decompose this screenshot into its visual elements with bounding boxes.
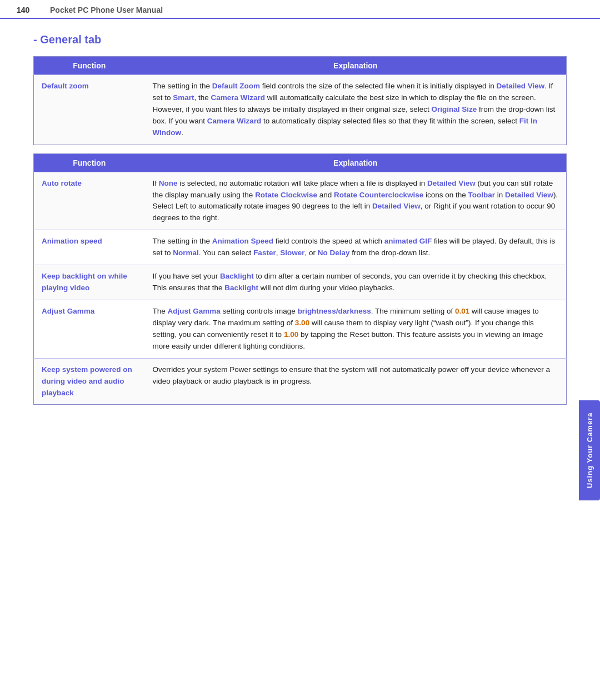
hl-adjust-gamma: Adjust Gamma [168, 307, 221, 315]
table-2-header-explanation: Explanation [145, 153, 567, 172]
function-label-default-zoom: Default zoom [34, 75, 145, 145]
hl-rotate-cw: Rotate Clockwise [255, 191, 317, 199]
hl-no-delay: No Delay [318, 249, 350, 257]
function-label-auto-rotate: Auto rotate [34, 172, 145, 230]
sidebar-tab: Using Your Camera [579, 400, 600, 500]
table-1: Function Explanation Default zoom The se… [33, 56, 567, 145]
hl-default-zoom: Default Zoom [212, 82, 260, 90]
hl-backlight-2: Backlight [224, 284, 258, 292]
hl-backlight-1: Backlight [220, 272, 254, 280]
hl-max-val: 3.00 [295, 319, 309, 327]
content-area: - General tab Function Explanation Defau… [0, 19, 600, 415]
table-row: Keep system powered on during video and … [34, 358, 567, 405]
hl-detailed-view-1: Detailed View [497, 82, 545, 90]
explanation-auto-rotate: If None is selected, no automatic rotati… [145, 172, 567, 230]
function-label-adjust-gamma: Adjust Gamma [34, 300, 145, 358]
table-row: Keep backlight on while playing video If… [34, 265, 567, 300]
hl-detailed-view-2: Detailed View [427, 179, 476, 187]
table-row: Auto rotate If None is selected, no auto… [34, 172, 567, 230]
explanation-animation-speed: The setting in the Animation Speed field… [145, 230, 567, 265]
page-title-header: Pocket PC Phone User Manual [50, 6, 163, 14]
table-1-header-explanation: Explanation [145, 57, 567, 75]
function-label-animation-speed: Animation speed [34, 230, 145, 265]
hl-detailed-view-3: Detailed View [505, 191, 553, 199]
table-row: Default zoom The setting in the Default … [34, 75, 567, 145]
table-row: Animation speed The setting in the Anima… [34, 230, 567, 265]
table-2: Function Explanation Auto rotate If None… [33, 153, 567, 405]
hl-toolbar: Toolbar [468, 191, 496, 199]
hl-rotate-ccw: Rotate Counterclockwise [334, 191, 423, 199]
hl-slower: Slower [280, 249, 304, 257]
hl-reset-val: 1.00 [284, 330, 298, 339]
explanation-default-zoom: The setting in the Default Zoom field co… [145, 75, 567, 145]
hl-min-val: 0.01 [455, 307, 469, 315]
hl-faster: Faster [253, 249, 276, 257]
table-row: Adjust Gamma The Adjust Gamma setting co… [34, 300, 567, 358]
hl-detailed-view-4: Detailed View [372, 202, 421, 210]
table-2-header-row: Function Explanation [34, 153, 567, 172]
sidebar-label: Using Your Camera [586, 413, 594, 488]
function-label-keep-powered: Keep system powered on during video and … [34, 358, 145, 405]
hl-camera-wizard-2: Camera Wizard [207, 117, 261, 125]
table-2-header-function: Function [34, 153, 145, 172]
hl-normal: Normal [173, 249, 199, 257]
hl-smart: Smart [173, 93, 194, 102]
hl-camera-wizard-1: Camera Wizard [211, 93, 265, 102]
table-1-header-row: Function Explanation [34, 57, 567, 75]
hl-none: None [159, 179, 178, 187]
hl-brightness-darkness: brightness/darkness [298, 307, 371, 315]
hl-original-size: Original Size [432, 105, 477, 113]
explanation-keep-powered: Overrides your system Power settings to … [145, 358, 567, 405]
function-label-backlight: Keep backlight on while playing video [34, 265, 145, 300]
explanation-backlight: If you have set your Backlight to dim af… [145, 265, 567, 300]
page-number: 140 [17, 6, 50, 14]
hl-animated-gif: animated GIF [384, 237, 432, 245]
explanation-adjust-gamma: The Adjust Gamma setting controls image … [145, 300, 567, 358]
hl-animation-speed: Animation Speed [212, 237, 273, 245]
table-1-header-function: Function [34, 57, 145, 75]
page-header: 140 Pocket PC Phone User Manual [0, 0, 600, 19]
section-title: - General tab [33, 33, 567, 46]
